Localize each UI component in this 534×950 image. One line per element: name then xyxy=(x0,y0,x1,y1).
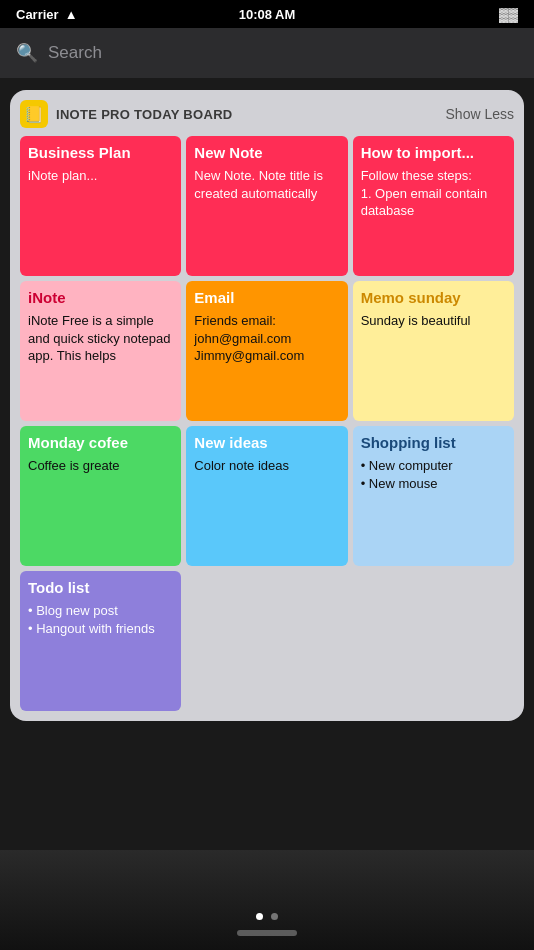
note-body: Coffee is greate xyxy=(28,457,173,475)
status-bar: Carrier ▲ 10:08 AM ▓▓ xyxy=(0,0,534,28)
widget-card: 📒 INOTE PRO TODAY BOARD Show Less Busine… xyxy=(10,90,524,721)
widget-icon: 📒 xyxy=(20,100,48,128)
note-body: • Blog new post• Hangout with friends xyxy=(28,602,173,637)
search-bar: 🔍 Search xyxy=(0,28,534,78)
note-shopping-list[interactable]: Shopping list • New computer• New mouse xyxy=(353,426,514,566)
home-indicator[interactable] xyxy=(237,930,297,936)
widget-header: 📒 INOTE PRO TODAY BOARD Show Less xyxy=(20,100,514,128)
note-title: How to import... xyxy=(361,144,506,162)
note-title: New ideas xyxy=(194,434,339,452)
note-new-note[interactable]: New Note New Note. Note title is created… xyxy=(186,136,347,276)
note-title: Monday cofee xyxy=(28,434,173,452)
note-body: Sunday is beautiful xyxy=(361,312,506,330)
note-new-ideas[interactable]: New ideas Color note ideas xyxy=(186,426,347,566)
note-body: • New computer• New mouse xyxy=(361,457,506,492)
note-monday-cofee[interactable]: Monday cofee Coffee is greate xyxy=(20,426,181,566)
note-title: Email xyxy=(194,289,339,307)
page-dot-1 xyxy=(256,913,263,920)
note-title: iNote xyxy=(28,289,173,307)
status-left: Carrier ▲ xyxy=(16,7,78,22)
note-business-plan[interactable]: Business Plan iNote plan... xyxy=(20,136,181,276)
note-title: New Note xyxy=(194,144,339,162)
note-title: Business Plan xyxy=(28,144,173,162)
note-body: iNote plan... xyxy=(28,167,173,185)
note-body: Follow these steps:1. Open email contain… xyxy=(361,167,506,220)
search-icon: 🔍 xyxy=(16,42,38,64)
note-body: Color note ideas xyxy=(194,457,339,475)
note-memo-sunday[interactable]: Memo sunday Sunday is beautiful xyxy=(353,281,514,421)
search-placeholder[interactable]: Search xyxy=(48,43,102,63)
note-body: iNote Free is a simple and quick sticky … xyxy=(28,312,173,365)
time-display: 10:08 AM xyxy=(239,7,296,22)
note-body: New Note. Note title is created automati… xyxy=(194,167,339,202)
wifi-icon: ▲ xyxy=(65,7,78,22)
note-title: Todo list xyxy=(28,579,173,597)
note-inote[interactable]: iNote iNote Free is a simple and quick s… xyxy=(20,281,181,421)
battery-icon: ▓▓ xyxy=(499,7,518,22)
widget-title: INOTE PRO TODAY BOARD xyxy=(56,107,233,122)
carrier-label: Carrier xyxy=(16,7,59,22)
note-title: Shopping list xyxy=(361,434,506,452)
widget-header-left: 📒 INOTE PRO TODAY BOARD xyxy=(20,100,233,128)
notes-grid: Business Plan iNote plan... New Note New… xyxy=(20,136,514,711)
note-how-to-import[interactable]: How to import... Follow these steps:1. O… xyxy=(353,136,514,276)
note-body: Friends email: john@gmail.com Jimmy@gmai… xyxy=(194,312,339,365)
note-email[interactable]: Email Friends email: john@gmail.com Jimm… xyxy=(186,281,347,421)
page-dot-2 xyxy=(271,913,278,920)
note-title: Memo sunday xyxy=(361,289,506,307)
note-todo-list[interactable]: Todo list • Blog new post• Hangout with … xyxy=(20,571,181,711)
show-less-button[interactable]: Show Less xyxy=(446,106,514,122)
status-right: ▓▓ xyxy=(499,7,518,22)
page-dots xyxy=(256,913,278,920)
bottom-area xyxy=(0,850,534,950)
